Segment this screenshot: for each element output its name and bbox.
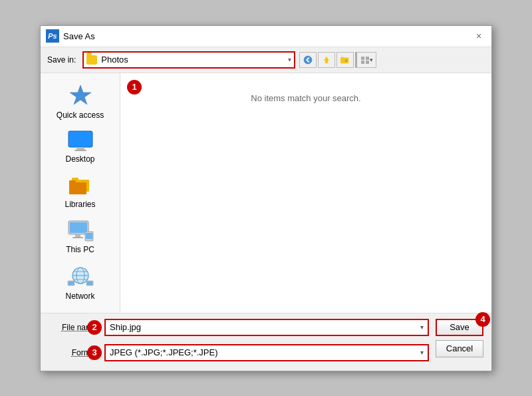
sidebar-item-label: Libraries [65, 200, 95, 209]
svg-rect-7 [361, 61, 364, 64]
sidebar-item-desktop[interactable]: Desktop [41, 125, 120, 169]
this-pc-icon [66, 220, 94, 242]
svg-rect-5 [361, 57, 364, 60]
svg-rect-18 [70, 222, 87, 233]
app-icon: Ps [46, 29, 59, 43]
quick-access-icon [68, 84, 92, 108]
svg-rect-11 [76, 147, 84, 150]
view-arrow: ▾ [370, 57, 373, 63]
libraries-icon [68, 174, 93, 197]
empty-message: No items match your search. [251, 93, 360, 103]
badge-2: 2 [87, 320, 102, 335]
new-folder-icon: + [340, 55, 350, 65]
back-icon [303, 55, 313, 65]
close-button[interactable]: × [471, 29, 486, 43]
format-value: JPEG (*.JPG;*.JPEG;*.JPE) [110, 347, 420, 357]
sidebar-item-quick-access[interactable]: Quick access [41, 79, 120, 125]
svg-marker-9 [70, 85, 91, 104]
svg-rect-19 [75, 234, 80, 237]
badge-4: 4 [475, 312, 490, 327]
svg-rect-29 [68, 282, 74, 285]
svg-rect-15 [69, 182, 86, 194]
svg-rect-16 [69, 180, 76, 183]
footer: File name: 2 Ship.jpg ▾ Format: 3 JPEG (… [41, 313, 491, 371]
new-folder-button[interactable]: + [336, 52, 354, 68]
save-as-dialog: Ps Save As × Save in: Photos ▾ [40, 25, 492, 371]
svg-rect-31 [87, 282, 92, 285]
filename-dropdown[interactable]: 2 Ship.jpg ▾ [104, 319, 429, 336]
footer-fields: File name: 2 Ship.jpg ▾ Format: 3 JPEG (… [49, 319, 429, 365]
svg-rect-12 [74, 150, 86, 151]
toolbar-buttons: + ▾ [299, 52, 376, 68]
format-dropdown[interactable]: 3 JPEG (*.JPG;*.JPEG;*.JPE) ▾ [104, 344, 429, 361]
sidebar-item-label: This PC [66, 245, 94, 254]
save-in-value: Photos [101, 55, 288, 65]
svg-rect-14 [72, 178, 78, 180]
main-content: 1 No items match your search. [120, 73, 491, 313]
svg-rect-10 [68, 131, 92, 147]
save-in-label: Save in: [47, 55, 76, 65]
dropdown-arrow: ▾ [288, 56, 291, 63]
toolbar: Save in: Photos ▾ [41, 47, 491, 73]
back-button[interactable] [299, 52, 317, 68]
sidebar-item-label: Network [65, 292, 94, 301]
svg-rect-22 [86, 233, 92, 239]
sidebar-item-label: Quick access [57, 110, 104, 120]
save-in-dropdown[interactable]: Photos ▾ [82, 51, 295, 69]
sidebar-item-libraries[interactable]: Libraries [41, 169, 120, 214]
sidebar-item-this-pc[interactable]: This PC [41, 214, 120, 260]
up-button[interactable] [318, 52, 335, 68]
badge-1: 1 [127, 80, 142, 95]
view-menu-button[interactable]: ▾ [355, 52, 376, 68]
network-icon [66, 265, 94, 289]
title-bar: Ps Save As × [41, 26, 491, 47]
sidebar-item-label: Desktop [65, 154, 94, 164]
dialog-title: Save As [63, 31, 471, 41]
format-row: Format: 3 JPEG (*.JPG;*.JPEG;*.JPE) ▾ [49, 344, 429, 361]
svg-text:+: + [344, 57, 348, 63]
up-icon [322, 55, 331, 65]
svg-rect-6 [366, 57, 369, 60]
svg-rect-20 [72, 237, 83, 238]
folder-icon [86, 55, 97, 65]
badge-3: 3 [87, 345, 102, 360]
cancel-button[interactable]: Cancel [436, 340, 483, 357]
content-area: Quick access Desktop [41, 73, 491, 313]
filename-value: Ship.jpg [110, 322, 420, 332]
footer-main: File name: 2 Ship.jpg ▾ Format: 3 JPEG (… [49, 319, 483, 365]
svg-rect-8 [366, 61, 369, 64]
filename-arrow: ▾ [420, 323, 424, 331]
format-arrow: ▾ [420, 349, 424, 356]
action-buttons: 4 Save Cancel [436, 319, 483, 357]
svg-rect-3 [340, 57, 344, 59]
desktop-icon [68, 130, 93, 152]
filename-row: File name: 2 Ship.jpg ▾ [49, 319, 429, 336]
view-menu-icon [360, 55, 370, 65]
sidebar-item-network[interactable]: Network [41, 260, 120, 306]
sidebar: Quick access Desktop [41, 73, 120, 313]
